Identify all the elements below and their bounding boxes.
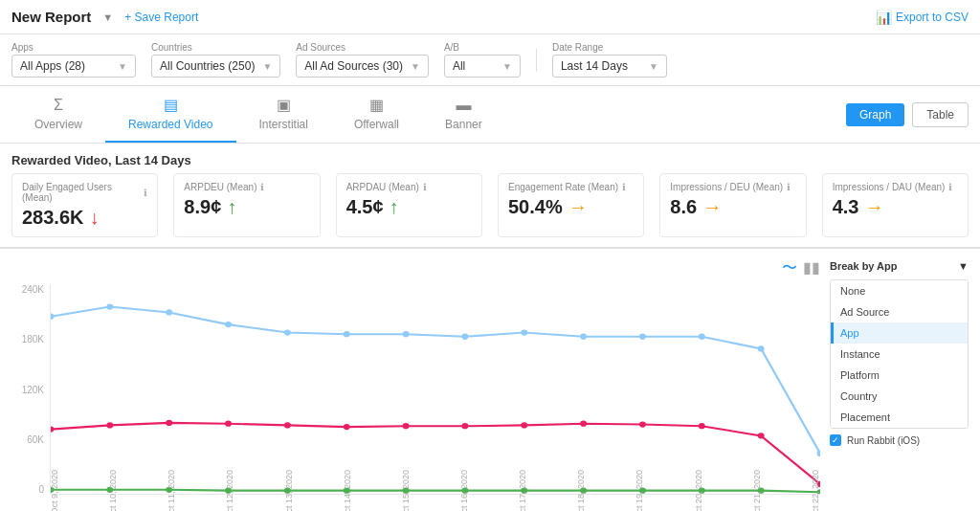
legend-checkbox[interactable]: ✓ [830, 434, 841, 446]
metric-arrow-4: → [702, 196, 722, 218]
svg-point-8 [521, 329, 527, 335]
metric-value-1: 8.9¢ ↑ [184, 196, 309, 218]
filter-ab-select[interactable]: All ▼ [444, 55, 521, 78]
metric-value-0: 283.6K ↓ [22, 207, 147, 229]
x-axis-label: Oct 14, 2020 [343, 470, 352, 511]
tab-interstitial[interactable]: ▣Interstitial [236, 86, 331, 143]
break-option-none[interactable]: None [831, 280, 968, 301]
info-icon-1[interactable]: ℹ [260, 182, 264, 192]
filter-apps-value: All Apps (28) [20, 59, 85, 73]
filter-date-value: Last 14 Days [561, 59, 628, 73]
filter-date-select[interactable]: Last 14 Days ▼ [552, 55, 667, 78]
metric-value-2: 4.5¢ ↑ [346, 196, 472, 218]
x-axis-label: Oct 13, 2020 [284, 470, 294, 511]
report-title-dropdown[interactable]: ▼ [102, 11, 113, 23]
table-button[interactable]: Table [912, 102, 969, 127]
metric-card-5: Impressions / DAU (Mean) ℹ 4.3 → [822, 173, 969, 237]
svg-point-16 [166, 420, 172, 426]
svg-point-21 [461, 423, 468, 429]
legend-label: Run Rabbit (iOS) [847, 435, 920, 446]
metric-label-0: Daily Engaged Users (Mean) ℹ [22, 182, 147, 203]
info-icon-5[interactable]: ℹ [948, 182, 952, 192]
chart-plot [50, 284, 820, 495]
filter-ad-sources-select[interactable]: All Ad Sources (30) ▼ [296, 55, 429, 78]
graph-button[interactable]: Graph [846, 103, 904, 126]
tabs-bar: ΣOverview▤Rewarded Video▣Interstitial▦Of… [0, 86, 980, 144]
svg-point-6 [403, 331, 410, 337]
info-icon-4[interactable]: ℹ [787, 182, 791, 192]
svg-point-5 [344, 331, 350, 337]
metric-label-2: ARPDAU (Mean) ℹ [346, 182, 472, 192]
tab-offerwall[interactable]: ▦Offerwall [331, 86, 422, 143]
metric-arrow-1: ↑ [227, 196, 236, 218]
section-title: Rewarded Video, Last 14 Days [0, 144, 980, 173]
filter-countries-label: Countries [151, 42, 280, 53]
break-option-placement[interactable]: Placement [831, 407, 968, 428]
metric-card-1: ARPDEU (Mean) ℹ 8.9¢ ↑ [173, 173, 320, 237]
svg-point-1 [106, 303, 113, 309]
break-legend: ✓ Run Rabbit (iOS) [830, 434, 969, 446]
svg-point-4 [284, 329, 291, 335]
info-icon-3[interactable]: ℹ [622, 182, 626, 192]
break-option-ad_source[interactable]: Ad Source [831, 301, 968, 322]
y-axis-label: 0 [38, 484, 44, 495]
filter-ad-sources-label: Ad Sources [296, 42, 429, 53]
tab-label-interstitial: Interstitial [259, 118, 308, 131]
metric-card-3: Engagement Rate (Mean) ℹ 50.4% → [498, 173, 644, 237]
chevron-down-icon: ▼ [502, 61, 512, 72]
x-axis-label: Oct 20, 2020 [694, 470, 703, 511]
svg-point-10 [639, 334, 646, 340]
filter-countries: Countries All Countries (250) ▼ [151, 42, 280, 78]
break-dropdown: NoneAd SourceAppInstancePlatformCountryP… [830, 279, 969, 429]
metric-arrow-5: → [864, 196, 883, 218]
break-by-header[interactable]: Break by App ▼ [830, 258, 969, 274]
metric-card-4: Impressions / DEU (Mean) ℹ 8.6 → [659, 173, 806, 237]
tab-rewarded_video[interactable]: ▤Rewarded Video [105, 86, 236, 143]
svg-point-17 [225, 421, 232, 427]
break-option-app[interactable]: App [831, 322, 968, 344]
tab-banner[interactable]: ▬Banner [422, 87, 505, 143]
filter-ab: A/B All ▼ [444, 42, 521, 78]
info-icon-0[interactable]: ℹ [144, 188, 147, 198]
info-icon-2[interactable]: ℹ [423, 182, 427, 192]
svg-point-19 [344, 424, 350, 430]
svg-point-7 [461, 334, 468, 340]
svg-point-15 [106, 422, 113, 428]
break-option-instance[interactable]: Instance [831, 344, 968, 365]
x-axis-label: Oct 17, 2020 [518, 470, 527, 511]
y-axis-label: 180K [22, 334, 44, 344]
filter-ad-sources: Ad Sources All Ad Sources (30) ▼ [296, 42, 429, 78]
break-option-country[interactable]: Country [831, 386, 968, 407]
tab-icon-rewarded_video: ▤ [164, 96, 178, 114]
svg-point-23 [580, 421, 587, 427]
metric-label-3: Engagement Rate (Mean) ℹ [508, 182, 634, 192]
filter-countries-select[interactable]: All Countries (250) ▼ [151, 55, 280, 78]
x-axis-label: Oct 11, 2020 [167, 470, 176, 511]
bar-chart-icon[interactable]: ▮▮ [803, 258, 820, 278]
tab-label-offerwall: Offerwall [354, 118, 399, 131]
chevron-down-icon: ▼ [411, 61, 420, 72]
svg-point-13 [817, 451, 820, 456]
save-report-btn[interactable]: + Save Report [124, 11, 198, 24]
filter-apps-select[interactable]: All Apps (28) ▼ [11, 55, 136, 78]
metric-arrow-0: ↓ [90, 207, 100, 229]
x-axis-label: Oct 12, 2020 [225, 470, 234, 511]
tab-label-overview: Overview [34, 118, 82, 131]
break-by-label: Break by App [830, 260, 898, 272]
metric-value-3: 50.4% → [508, 196, 634, 218]
report-title: New Report [11, 9, 91, 25]
export-btn[interactable]: 📊 Export to CSV [876, 10, 969, 25]
top-bar-left: New Report ▼ + Save Report [11, 9, 198, 25]
legend-item: ✓ Run Rabbit (iOS) [830, 434, 969, 446]
metric-arrow-2: ↑ [390, 196, 399, 218]
svg-point-22 [521, 422, 527, 428]
chart-y-axis: 240K180K120K60K0 [11, 284, 50, 495]
tab-overview[interactable]: ΣOverview [11, 87, 105, 143]
line-chart-icon[interactable]: 〜 [782, 258, 797, 278]
metric-value-5: 4.3 → [833, 196, 958, 218]
break-option-platform[interactable]: Platform [831, 365, 968, 386]
filter-divider [536, 49, 537, 72]
x-axis-label: Oct 15, 2020 [401, 470, 411, 511]
metric-value-4: 8.6 → [670, 196, 795, 218]
svg-point-9 [580, 334, 587, 340]
